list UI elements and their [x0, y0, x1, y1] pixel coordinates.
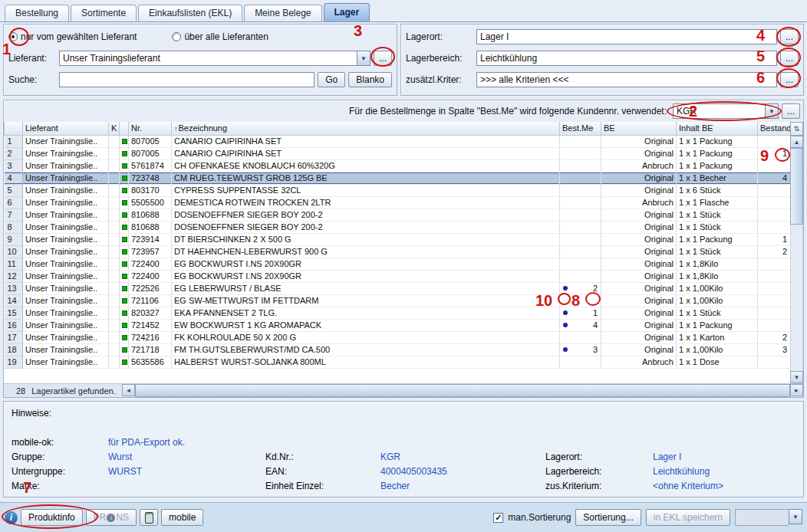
go-button[interactable]: Go [318, 72, 345, 87]
tab-einkaufslisten[interactable]: Einkaufslisten (EKL) [138, 5, 242, 21]
cell-nr: 724216 [129, 331, 172, 343]
cell-bestme: 1 [560, 307, 601, 319]
table-row[interactable]: 6 Unser Trainingslie.. 5505500 DEMESTICA… [5, 196, 791, 209]
cell-bestme [560, 233, 601, 245]
table-row[interactable]: 15 Unser Trainingslie.. 820327 EKA PFANN… [5, 307, 791, 319]
stock-status-dot [122, 249, 127, 255]
man-sortierung-checkbox[interactable]: ✓ [493, 513, 503, 523]
table-row[interactable]: 10 Unser Trainingslie.. 723957 DT HAEHNC… [5, 245, 791, 258]
lagerort-more-button[interactable]: ... [780, 29, 799, 44]
cell-nr: 723748 [129, 172, 172, 184]
table-row[interactable]: 8 Unser Trainingslie.. 810688 DOSENOEFFN… [5, 221, 791, 233]
cell-k [109, 172, 120, 184]
cell-bestand: 1 [758, 233, 791, 245]
table-row[interactable]: 16 Unser Trainingslie.. 721452 EW BOCKWU… [5, 319, 791, 331]
lagerort-field[interactable]: Lager I [476, 29, 777, 44]
cell-inhalt: 1 x 1 Becher [677, 172, 758, 184]
kundennr-combobox[interactable]: KGR ▼ [673, 103, 779, 119]
tab-bestellung[interactable]: Bestellung [5, 5, 69, 21]
row-number: 18 [5, 343, 23, 356]
cell-nr: 5761874 [129, 159, 172, 172]
row-number: 9 [5, 233, 23, 245]
radio-all-suppliers[interactable] [172, 32, 181, 41]
table-row[interactable]: 7 Unser Trainingslie.. 810688 DOSENOEFFN… [5, 209, 791, 221]
row-number: 2 [5, 147, 23, 159]
stock-status-dot [122, 347, 127, 353]
tab-lager[interactable]: Lager [324, 3, 371, 21]
cell-bezeichnung: EG LEBERWURST / BLASE [172, 282, 560, 294]
vertical-scroll-thumb[interactable] [790, 148, 803, 225]
kriterien-more-button[interactable]: ... [780, 72, 799, 87]
cell-lieferant: Unser Trainingslie.. [23, 319, 109, 331]
untergruppe-label: Untergruppe: [12, 466, 108, 481]
table-row[interactable]: 11 Unser Trainingslie.. 722400 EG BOCKWU… [5, 258, 791, 270]
cell-bestand [758, 294, 791, 307]
pda-button[interactable] [140, 509, 158, 526]
table-row[interactable]: 13 Unser Trainingslie.. 722526 EG LEBERW… [5, 282, 791, 294]
info-icon[interactable]: i [5, 511, 18, 524]
chevron-down-icon[interactable]: ▼ [357, 51, 371, 66]
table-row[interactable]: 18 Unser Trainingslie.. 721718 FM TH.GUT… [5, 343, 791, 356]
stock-status-dot [122, 323, 127, 328]
cell-k [109, 196, 120, 209]
cell-bestand [758, 209, 791, 221]
table-row[interactable]: 3 Unser Trainingslie.. 5761874 CH OFENKA… [5, 159, 791, 172]
kundennr-more-button[interactable]: ... [782, 103, 800, 119]
table-row[interactable]: 5 Unser Trainingslie.. 803170 CYPRESS SU… [5, 184, 791, 196]
vertical-scroll-track[interactable] [790, 225, 803, 371]
cell-lieferant: Unser Trainingslie.. [23, 221, 109, 233]
horizontal-scroll-thumb[interactable] [135, 384, 790, 397]
header-k[interactable]: K [109, 122, 120, 135]
lieferant-combobox[interactable]: Unser Trainingslieferant ▼ [59, 51, 371, 66]
table-row[interactable]: 1 Unser Trainingslie.. 807005 CANARIO CA… [5, 135, 791, 147]
tab-sortimente[interactable]: Sortimente [71, 5, 137, 21]
tab-meine-belege[interactable]: Meine Belege [244, 5, 321, 21]
header-inhalt[interactable]: Inhalt BE [677, 122, 758, 135]
vertical-scrollbar[interactable]: ⇅ ▲ ▼ [790, 122, 803, 383]
cell-bestme: 4 [560, 319, 601, 331]
scroll-left-button[interactable]: ◄ [122, 384, 135, 396]
header-lieferant[interactable]: Lieferant [23, 122, 109, 135]
cell-status [120, 356, 129, 368]
table-row[interactable]: 19 Unser Trainingslie.. 5635586 HALBERST… [5, 356, 791, 368]
mobile-button[interactable]: mobile [161, 509, 203, 526]
table-row[interactable]: 4 Unser Trainingslie.. 723748 CM RUEG.TE… [5, 172, 791, 184]
header-bezeichnung[interactable]: ↑Bezeichnung [172, 122, 560, 135]
sortierung-button[interactable]: Sortierung... [575, 509, 641, 526]
cell-inhalt: 1 x 1,00Kilo [677, 294, 758, 307]
kundennr-text: Für die Bestellmenge in Spalte "Best.Me"… [349, 106, 667, 117]
scroll-right-button[interactable]: ► [790, 384, 803, 396]
cell-inhalt: 1 x 1 Packung [677, 233, 758, 245]
suche-input[interactable] [59, 72, 315, 87]
radio-selected-supplier[interactable] [8, 32, 18, 41]
app-window: Bestellung Sortimente Einkaufslisten (EK… [0, 0, 807, 532]
stock-status-dot [122, 360, 127, 365]
kriterien-field[interactable]: >>> alle Kriterien <<< [476, 72, 777, 87]
table-row[interactable]: 2 Unser Trainingslie.. 807005 CANARIO CA… [5, 147, 791, 159]
row-number: 14 [5, 294, 23, 307]
header-bestme[interactable]: Best.Me [560, 122, 601, 135]
lieferant-more-button[interactable]: ... [374, 51, 392, 66]
lagerbereich-field[interactable]: Leichtkühlung [476, 51, 777, 66]
cell-be: Anbruch [601, 356, 677, 368]
table-row[interactable]: 17 Unser Trainingslie.. 724216 FK KOHLRO… [5, 331, 791, 343]
header-be[interactable]: BE [601, 122, 677, 135]
header-bestand[interactable]: Bestand [758, 122, 791, 135]
horizontal-scrollbar[interactable]: ◄ ► [122, 384, 803, 397]
table-row[interactable]: 14 Unser Trainingslie.. 721106 EG SW-MET… [5, 294, 791, 307]
cell-lieferant: Unser Trainingslie.. [23, 282, 109, 294]
produktinfo-button[interactable]: Produktinfo [21, 509, 83, 526]
cell-bestand [758, 184, 791, 196]
cell-bestand: 1 [758, 147, 791, 159]
chevron-down-icon[interactable]: ▼ [765, 103, 779, 119]
lagerbereich-more-button[interactable]: ... [780, 51, 799, 66]
cell-nr: 820327 [129, 307, 172, 319]
header-nr[interactable]: Nr. [129, 122, 172, 135]
scroll-up-button[interactable]: ▲ [790, 136, 803, 148]
table-row[interactable]: 12 Unser Trainingslie.. 722400 EG BOCKWU… [5, 270, 791, 282]
column-sort-corner-icon[interactable]: ⇅ [790, 122, 803, 136]
blanko-button[interactable]: Blanko [348, 72, 392, 87]
kriterien-value: >>> alle Kriterien <<< [480, 74, 568, 85]
table-row[interactable]: 9 Unser Trainingslie.. 723914 DT BIERSCH… [5, 233, 791, 245]
scroll-down-button[interactable]: ▼ [790, 371, 803, 383]
